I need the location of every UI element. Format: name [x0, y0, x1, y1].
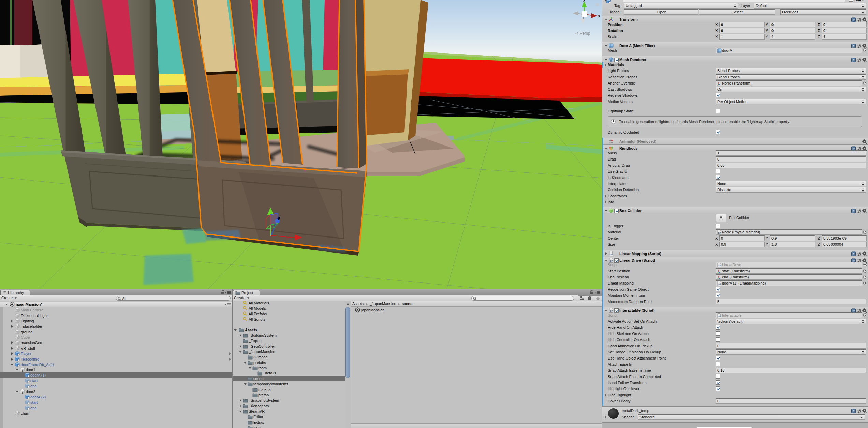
- svg-text:⊲ Persp: ⊲ Persp: [575, 31, 590, 36]
- svg-text:x: x: [598, 14, 600, 18]
- svg-text:y: y: [583, 0, 586, 2]
